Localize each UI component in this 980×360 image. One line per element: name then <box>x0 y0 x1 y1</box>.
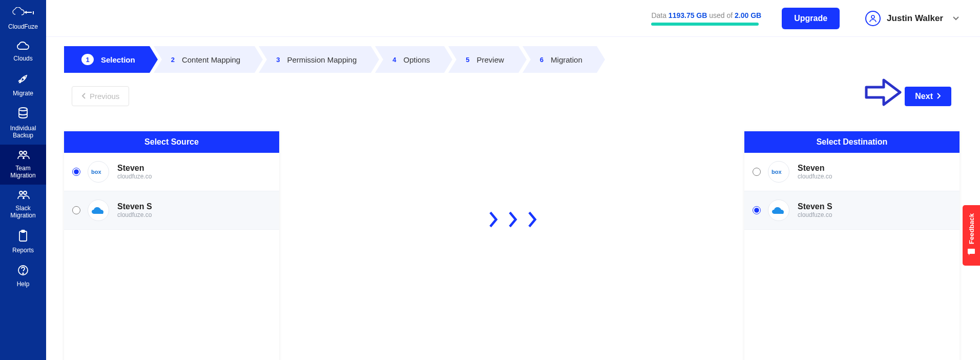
chevron-right-icon <box>936 92 941 101</box>
help-icon <box>17 265 29 277</box>
svg-point-3 <box>24 151 27 154</box>
usage-bar <box>651 23 759 26</box>
destination-panel-title: Select Destination <box>744 131 960 153</box>
step-options[interactable]: 4 Options <box>375 46 444 73</box>
rocket-icon <box>17 73 29 87</box>
step-number: 6 <box>540 54 544 65</box>
sidebar-item-individual-backup[interactable]: Individual Backup <box>0 102 46 144</box>
box-icon: box <box>88 161 109 183</box>
sidebar-item-reports[interactable]: Reports <box>0 225 46 259</box>
step-label: Options <box>404 55 430 64</box>
sidebar-item-team-migration[interactable]: Team Migration <box>0 145 46 185</box>
team-icon <box>16 190 30 202</box>
svg-text:box: box <box>772 169 782 175</box>
sidebar-item-slack-migration[interactable]: Slack Migration <box>0 185 46 225</box>
feedback-tab[interactable]: Feedback <box>963 205 980 266</box>
sidebar-item-label: CloudFuze <box>8 23 38 30</box>
account-domain: cloudfuze.co <box>117 173 152 180</box>
onedrive-icon <box>768 199 789 221</box>
step-label: Selection <box>101 55 135 64</box>
sidebar: CloudFuze Clouds Migrate Individual Back… <box>0 0 46 360</box>
destination-panel: Select Destination box Steven cloudfuze.… <box>744 131 960 360</box>
sidebar-item-label: Clouds <box>13 55 32 62</box>
step-label: Preview <box>476 55 504 64</box>
cloud-icon <box>16 41 30 52</box>
sidebar-item-clouds[interactable]: Clouds <box>0 36 46 68</box>
chevron-left-icon <box>81 92 87 101</box>
usage-text: Data 1193.75 GB used of 2.00 GB <box>651 11 761 19</box>
svg-text:box: box <box>91 169 101 175</box>
svg-point-0 <box>24 77 25 78</box>
step-permission-mapping[interactable]: 3 Permission Mapping <box>259 46 371 73</box>
feedback-label: Feedback <box>968 213 975 244</box>
box-icon: box <box>768 161 789 183</box>
sidebar-item-label: Help <box>17 281 30 288</box>
account-name: Steven S <box>798 202 832 211</box>
sidebar-item-label: Team Migration <box>2 165 44 179</box>
sidebar-item-logo[interactable]: CloudFuze <box>0 4 46 36</box>
next-label: Next <box>915 92 933 101</box>
username: Justin Walker <box>887 13 943 24</box>
usage-label: Data <box>651 11 668 19</box>
chevron-down-icon <box>952 14 960 23</box>
step-label: Content Mapping <box>182 55 240 64</box>
step-preview[interactable]: 5 Preview <box>448 46 518 73</box>
source-panel: Select Source box Steven cloudfuze.co St… <box>64 131 279 360</box>
destination-row[interactable]: box Steven cloudfuze.co <box>744 153 960 191</box>
usage-used: 1193.75 GB <box>669 11 707 19</box>
nav-row: Previous Next <box>46 73 980 111</box>
source-row[interactable]: box Steven cloudfuze.co <box>64 153 279 191</box>
step-selection[interactable]: 1 Selection <box>64 46 150 73</box>
transfer-direction-icon <box>487 211 540 228</box>
prev-label: Previous <box>90 92 119 101</box>
svg-point-4 <box>19 191 23 194</box>
sidebar-item-migrate[interactable]: Migrate <box>0 68 46 103</box>
account-domain: cloudfuze.co <box>798 211 832 218</box>
step-content-mapping[interactable]: 2 Content Mapping <box>154 46 255 73</box>
svg-rect-13 <box>968 249 975 254</box>
source-radio[interactable] <box>72 206 80 214</box>
usage-total: 2.00 GB <box>735 11 761 19</box>
destination-row-info: Steven cloudfuze.co <box>798 164 832 180</box>
previous-button[interactable]: Previous <box>72 86 129 106</box>
sidebar-item-label: Migrate <box>13 90 33 97</box>
destination-radio[interactable] <box>753 206 761 214</box>
svg-point-10 <box>871 15 874 18</box>
source-radio[interactable] <box>72 168 80 176</box>
account-name: Steven <box>798 164 832 173</box>
source-row-info: Steven S cloudfuze.co <box>117 202 152 218</box>
upgrade-button[interactable]: Upgrade <box>782 8 840 29</box>
step-label: Permission Mapping <box>287 55 357 64</box>
svg-point-1 <box>19 108 27 111</box>
chat-icon <box>967 248 975 257</box>
destination-radio[interactable] <box>753 168 761 176</box>
account-name: Steven <box>117 164 152 173</box>
usage-block: Data 1193.75 GB used of 2.00 GB <box>651 11 761 26</box>
step-migration[interactable]: 6 Migration <box>523 46 597 73</box>
source-panel-title: Select Source <box>64 131 279 153</box>
user-menu[interactable]: Justin Walker <box>865 11 960 26</box>
svg-point-5 <box>24 191 27 194</box>
step-number: 3 <box>276 54 280 65</box>
destination-row-info: Steven S cloudfuze.co <box>798 202 832 218</box>
team-icon <box>16 150 30 162</box>
step-label: Migration <box>551 55 582 64</box>
step-number: 5 <box>466 54 469 65</box>
sidebar-item-label: Slack Migration <box>2 205 44 219</box>
source-row[interactable]: Steven S cloudfuze.co <box>64 191 279 230</box>
clipboard-icon <box>18 230 28 244</box>
sidebar-item-label: Reports <box>12 247 34 254</box>
svg-point-2 <box>19 151 23 154</box>
cloudfuze-logo-icon <box>12 7 34 20</box>
sidebar-item-help[interactable]: Help <box>0 259 46 293</box>
main: 1 Selection 2 Content Mapping 3 Permissi… <box>46 37 980 360</box>
step-number: 4 <box>392 54 396 65</box>
step-number: 2 <box>171 54 175 65</box>
topbar: Data 1193.75 GB used of 2.00 GB Upgrade … <box>46 0 980 37</box>
step-number: 1 <box>81 54 94 65</box>
account-name: Steven S <box>117 202 152 211</box>
destination-row[interactable]: Steven S cloudfuze.co <box>744 191 960 230</box>
next-button[interactable]: Next <box>905 87 951 106</box>
usage-mid: used of <box>707 11 735 19</box>
stepper: 1 Selection 2 Content Mapping 3 Permissi… <box>46 37 980 73</box>
